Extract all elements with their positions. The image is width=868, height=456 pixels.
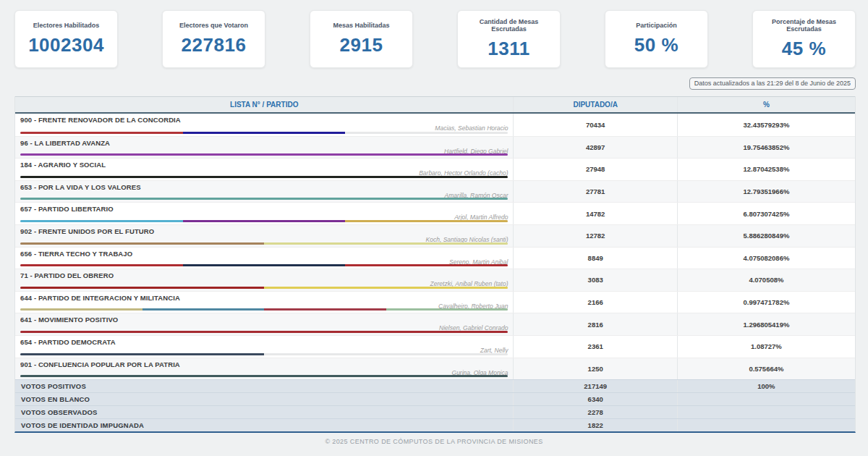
bar-segment — [20, 220, 183, 222]
summary-votes: 217149 — [513, 380, 676, 392]
summary-percent — [677, 419, 855, 431]
candidate-name: Macias, Sebastian Horacio — [20, 124, 508, 132]
stat-card-value: 227816 — [182, 34, 247, 56]
summary-percent — [677, 393, 855, 405]
stat-card-value: 1002304 — [28, 34, 104, 56]
votes-cell: 2816 — [513, 313, 676, 335]
party-cell: 96 - LA LIBERTAD AVANZA Hartfield, Diego… — [15, 137, 513, 159]
party-name: 96 - LA LIBERTAD AVANZA — [20, 139, 508, 147]
stat-card-label: Electores Habilitados — [33, 22, 100, 29]
votes-cell: 2166 — [513, 292, 676, 313]
votes-cell: 1250 — [513, 358, 676, 380]
party-color-bar — [20, 153, 508, 156]
votes-cell: 42897 — [513, 137, 676, 159]
bar-segment — [264, 287, 508, 289]
summary-label: VOTOS EN BLANCO — [15, 393, 513, 405]
percent-cell: 1.08727% — [677, 336, 855, 358]
party-row: 900 - FRENTE RENOVADOR DE LA CONCORDIA M… — [15, 114, 855, 136]
party-row: 901 - CONFLUENCIA POPULAR POR LA PATRIA … — [15, 358, 855, 380]
summary-votes: 2278 — [513, 406, 676, 418]
votes-cell: 3083 — [513, 269, 676, 291]
stat-card: Cantidad de Mesas Escrutadas 1311 — [457, 10, 561, 68]
party-name: 657 - PARTIDO LIBERTARIO — [20, 205, 508, 213]
bar-segment — [20, 153, 508, 156]
summary-row: VOTOS OBSERVADOS 2278 — [15, 405, 855, 418]
summary-votes: 6340 — [513, 393, 676, 405]
party-cell: 902 - FRENTE UNIDOS POR EL FUTURO Koch, … — [15, 225, 513, 247]
bar-segment — [183, 220, 346, 222]
stat-card: Porcentaje de Mesas Escrutadas 45 % — [752, 10, 856, 68]
party-color-bar — [20, 331, 508, 333]
header-lista-partido: LISTA N° / PARTIDO — [15, 97, 513, 112]
bar-segment — [20, 264, 183, 266]
results-table: LISTA N° / PARTIDO DIPUTADO/A % 900 - FR… — [14, 96, 856, 433]
party-cell: 656 - TIERRA TECHO Y TRABAJO Sereno, Mar… — [15, 248, 513, 269]
stat-card-label: Mesas Habilitadas — [333, 22, 389, 29]
party-row: 654 - PARTIDO DEMOCRATA Zart, Nelly 2361… — [15, 335, 855, 358]
stat-card-label: Participación — [636, 22, 677, 29]
percent-cell: 32.43579293% — [677, 114, 855, 136]
votes-cell: 2361 — [513, 336, 676, 358]
stat-card-value: 1311 — [488, 38, 529, 60]
bar-segment — [20, 287, 264, 289]
party-row: 653 - POR LA VIDA Y LOS VALORES Amarilla… — [15, 180, 855, 203]
percent-cell: 12.79351966% — [677, 181, 855, 203]
party-row: 644 - PARTIDO DE INTEGRACION Y MILITANCI… — [15, 291, 855, 313]
party-name: 184 - AGRARIO Y SOCIAL — [20, 161, 508, 169]
stat-card: Mesas Habilitadas 2915 — [310, 10, 413, 68]
summary-row: VOTOS DE IDENTIDAD IMPUGNADA 1822 — [15, 418, 855, 431]
summary-percent — [677, 406, 855, 418]
summary-label: VOTOS DE IDENTIDAD IMPUGNADA — [15, 419, 513, 431]
party-color-bar — [20, 242, 508, 245]
bar-segment — [20, 198, 508, 200]
percent-cell: 4.075082086% — [677, 248, 855, 269]
party-name: 901 - CONFLUENCIA POPULAR POR LA PATRIA — [20, 360, 508, 368]
party-color-bar — [20, 198, 508, 200]
footer-copyright: © 2025 CENTRO DE CÓMPUTOS DE LA PROVINCI… — [0, 438, 868, 445]
party-row: 657 - PARTIDO LIBERTARIO Arjol, Martin A… — [15, 202, 855, 224]
bar-segment — [20, 176, 508, 178]
party-cell: 901 - CONFLUENCIA POPULAR POR LA PATRIA … — [15, 358, 513, 380]
badge-row: Datos actualizados a las 21:29 del 8 de … — [0, 68, 868, 90]
percent-cell: 6.807307425% — [677, 203, 855, 224]
summary-row: VOTOS POSITIVOS 217149 100% — [15, 379, 855, 392]
bar-segment — [183, 132, 346, 134]
election-results-dashboard: Electores Habilitados 1002304 Electores … — [0, 0, 868, 456]
stat-card: Electores que Votaron 227816 — [162, 10, 265, 68]
bar-segment — [386, 308, 509, 311]
party-color-bar — [20, 353, 508, 355]
party-name: 656 - TIERRA TECHO Y TRABAJO — [20, 250, 508, 258]
party-cell: 653 - POR LA VIDA Y LOS VALORES Amarilla… — [15, 181, 513, 203]
party-name: 71 - PARTIDO DEL OBRERO — [20, 271, 508, 279]
data-updated-badge: Datos actualizados a las 21:29 del 8 de … — [689, 77, 856, 90]
bar-segment — [264, 242, 508, 245]
table-body: 900 - FRENTE RENOVADOR DE LA CONCORDIA M… — [15, 114, 855, 379]
party-color-bar — [20, 287, 508, 289]
bar-segment — [345, 220, 508, 222]
party-row: 184 - AGRARIO Y SOCIAL Barbaro, Hector O… — [15, 158, 855, 180]
summary-label: VOTOS POSITIVOS — [15, 380, 513, 392]
percent-cell: 19.75463852% — [677, 137, 855, 159]
party-name: 654 - PARTIDO DEMOCRATA — [20, 338, 508, 346]
stat-card-value: 50 % — [634, 34, 678, 56]
stat-card-label: Porcentaje de Mesas Escrutadas — [757, 18, 851, 33]
bar-segment — [183, 264, 346, 266]
percent-cell: 0.575664% — [677, 358, 855, 380]
party-cell: 71 - PARTIDO DEL OBRERO Zeretzki, Anibal… — [15, 269, 513, 291]
summary-row: VOTOS EN BLANCO 6340 — [15, 392, 855, 405]
bar-segment — [345, 264, 508, 266]
stat-card-value: 45 % — [782, 38, 826, 60]
party-color-bar — [20, 132, 508, 134]
party-row: 71 - PARTIDO DEL OBRERO Zeretzki, Anibal… — [15, 269, 855, 291]
stat-card-value: 2915 — [340, 34, 383, 56]
table-header-row: LISTA N° / PARTIDO DIPUTADO/A % — [15, 96, 855, 114]
header-diputado: DIPUTADO/A — [513, 97, 676, 112]
party-name: 641 - MOVIMIENTO POSITIVO — [20, 316, 508, 324]
stats-row: Electores Habilitados 1002304 Electores … — [0, 0, 868, 68]
party-name: 644 - PARTIDO DE INTEGRACION Y MILITANCI… — [20, 294, 508, 302]
bar-segment — [20, 242, 264, 245]
stat-card-label: Electores que Votaron — [179, 22, 248, 29]
votes-cell: 27781 — [513, 181, 676, 203]
bar-segment — [20, 308, 142, 311]
percent-cell: 4.070508% — [677, 269, 855, 291]
